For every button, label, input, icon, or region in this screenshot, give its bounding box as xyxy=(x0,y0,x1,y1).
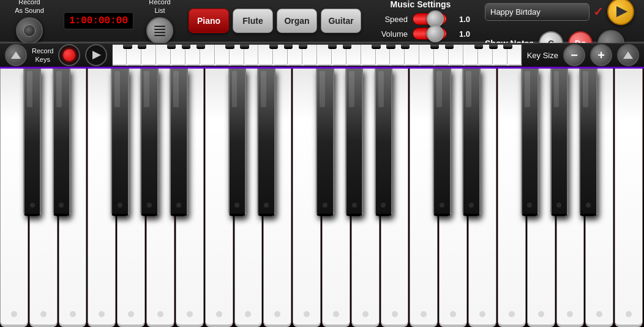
key-size-decrease-button[interactable]: − xyxy=(563,44,585,66)
scroll-left-icon xyxy=(11,51,21,59)
speed-label: Speed xyxy=(371,15,408,24)
song-selector[interactable]: Happy Birtday xyxy=(485,3,590,21)
play-icon xyxy=(616,6,627,17)
instrument-piano-button[interactable]: Piano xyxy=(189,9,229,33)
volume-value: 1.0 xyxy=(452,29,470,39)
key-size-increase-button[interactable]: + xyxy=(590,44,612,66)
record-list-button[interactable] xyxy=(146,17,173,44)
instrument-organ-button[interactable]: Organ xyxy=(277,9,317,33)
volume-label: Volume xyxy=(371,29,408,39)
instrument-guitar-button[interactable]: Guitar xyxy=(321,9,361,33)
music-settings-section: Music Settings Speed 1.0 Volume 1.0 xyxy=(361,0,480,42)
key-size-label: Key Size xyxy=(527,51,558,60)
scroll-right-button[interactable] xyxy=(617,44,639,66)
time-display: 1:00:00:00 xyxy=(64,12,133,29)
record-list-label: RecordList xyxy=(149,0,170,15)
play-button[interactable] xyxy=(607,0,634,25)
top-bar: RecordAs Sound 1:00:00:00 RecordList Pia… xyxy=(0,0,644,43)
black-key[interactable] xyxy=(228,69,247,216)
play-keys-button[interactable] xyxy=(85,44,107,66)
black-key[interactable] xyxy=(375,69,393,216)
white-key[interactable] xyxy=(615,69,643,327)
instrument-flute-button[interactable]: Flute xyxy=(233,9,273,33)
scroll-right-icon xyxy=(623,51,633,59)
song-row: Happy Birtday ✓ xyxy=(485,0,634,25)
black-key[interactable] xyxy=(257,69,275,216)
black-key[interactable] xyxy=(521,69,539,216)
music-settings-title: Music Settings xyxy=(391,0,451,9)
list-icon xyxy=(154,26,165,36)
black-key[interactable] xyxy=(140,69,159,216)
scroll-left-button[interactable] xyxy=(5,44,27,66)
record-knob-inner xyxy=(23,24,36,37)
black-key[interactable] xyxy=(23,69,42,216)
piano-area xyxy=(0,69,644,327)
black-key[interactable] xyxy=(550,69,569,216)
black-key[interactable] xyxy=(111,69,129,216)
mini-keyboard xyxy=(112,44,522,66)
checkmark-icon: ✓ xyxy=(593,4,604,19)
black-key[interactable] xyxy=(345,69,364,216)
record-dot-icon xyxy=(63,49,75,61)
volume-slider-thumb[interactable] xyxy=(427,25,444,42)
instrument-buttons: Piano Flute Organ Guitar xyxy=(189,9,361,33)
black-key[interactable] xyxy=(462,69,481,216)
black-key[interactable] xyxy=(170,69,188,216)
record-knob[interactable] xyxy=(16,17,43,44)
volume-slider-track[interactable] xyxy=(413,28,447,40)
record-button[interactable] xyxy=(58,44,80,66)
volume-row: Volume 1.0 xyxy=(371,28,470,40)
speed-row: Speed 1.0 xyxy=(371,13,470,25)
record-keys-bar: RecordKeys Key Size − + xyxy=(0,43,644,69)
play-small-icon xyxy=(92,51,101,59)
speed-value: 1.0 xyxy=(452,15,470,24)
record-list-section: RecordList xyxy=(138,0,181,44)
black-key[interactable] xyxy=(53,69,71,216)
black-key[interactable] xyxy=(579,69,597,216)
record-as-sound-section: RecordAs Sound xyxy=(5,0,54,44)
record-keys-label: RecordKeys xyxy=(32,47,53,64)
black-key[interactable] xyxy=(316,69,334,216)
speed-slider-track[interactable] xyxy=(413,13,447,25)
black-key[interactable] xyxy=(433,69,451,216)
record-as-sound-label: RecordAs Sound xyxy=(15,0,44,15)
app-container: RecordAs Sound 1:00:00:00 RecordList Pia… xyxy=(0,0,644,327)
